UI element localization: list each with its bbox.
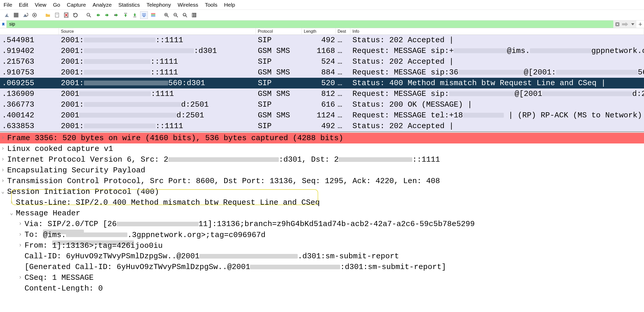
tree-item[interactable]: ›Via: SIP/2.0/TCP [2611]:13136;branch=z9… xyxy=(0,219,644,229)
packet-list-header: Source Protocol Length Dest Info xyxy=(0,28,644,35)
last-icon[interactable] xyxy=(131,11,139,19)
colorize-icon[interactable] xyxy=(149,11,157,19)
svg-line-21 xyxy=(167,16,169,17)
chevron-down-icon[interactable]: ⌄ xyxy=(0,186,6,197)
tree-item[interactable]: ›From: 1]:13136>;tag=426ijoo0iu xyxy=(0,240,644,251)
tree-item[interactable]: ⌄Message Header xyxy=(0,208,644,219)
table-row[interactable]: .9107532001:::1111GSM SMS884…Request: ME… xyxy=(0,67,644,78)
tree-item[interactable]: ›Transmission Control Protocol, Src Port… xyxy=(0,176,644,186)
tree-item-label: Internet Protocol Version 6, Src: 2:d301… xyxy=(7,154,440,165)
jump-icon[interactable] xyxy=(113,11,120,19)
add-filter-button-icon[interactable]: + xyxy=(636,20,644,28)
tree-item[interactable]: ›Frame 3356: 520 bytes on wire (4160 bit… xyxy=(0,133,644,143)
tree-item-label: CSeq: 1 MESSAGE xyxy=(25,272,94,283)
zoom-in-icon[interactable] xyxy=(163,11,170,19)
chevron-right-icon[interactable]: › xyxy=(17,272,23,283)
zoom-reset-icon[interactable]: 1:1 xyxy=(181,11,189,19)
shark-fin-icon[interactable] xyxy=(3,11,11,19)
find-icon[interactable] xyxy=(85,11,93,19)
chevron-right-icon[interactable]: › xyxy=(0,143,6,154)
col-info[interactable]: Info xyxy=(350,28,644,35)
tree-item-label: Via: SIP/2.0/TCP [2611]:13136;branch=z9h… xyxy=(25,219,475,229)
tree-item[interactable]: ›Linux cooked capture v1 xyxy=(0,143,644,154)
restart-icon[interactable] xyxy=(21,11,29,19)
menu-tools[interactable]: Tools xyxy=(205,2,217,8)
tree-item[interactable]: Content-Length: 0 xyxy=(0,283,644,293)
chevron-right-icon[interactable]: › xyxy=(17,240,23,251)
filter-history-icon[interactable] xyxy=(629,20,636,28)
chevron-down-icon[interactable]: ⌄ xyxy=(9,208,14,219)
tree-item-label: [Generated Call-ID: 6yHuvO9zTWvyPSmlDzpg… xyxy=(25,262,446,272)
tree-item-label: Content-Length: 0 xyxy=(25,283,103,293)
svg-point-2 xyxy=(34,14,35,16)
menu-capture[interactable]: Capture xyxy=(67,2,86,8)
reload-icon[interactable] xyxy=(72,11,79,19)
tree-item[interactable]: ›Internet Protocol Version 6, Src: 2:d30… xyxy=(0,154,644,165)
chevron-right-icon[interactable]: › xyxy=(0,176,6,186)
chevron-right-icon[interactable]: › xyxy=(0,133,6,143)
menu-statistics[interactable]: Statistics xyxy=(118,2,140,8)
save-icon[interactable] xyxy=(53,11,61,19)
tree-item[interactable]: ›Encapsulating Security Payload xyxy=(0,165,644,176)
bookmark-icon[interactable] xyxy=(0,20,7,28)
tree-item[interactable]: ⌄Session Initiation Protocol (400) xyxy=(0,186,644,197)
menu-edit[interactable]: Edit xyxy=(19,2,28,8)
chevron-right-icon[interactable]: › xyxy=(9,197,14,208)
menu-view[interactable]: View xyxy=(35,2,46,8)
col-time[interactable] xyxy=(0,28,59,35)
tree-item-label: To: @ims..3gppnetwork.org>;tag=c096967d xyxy=(25,229,84,240)
clear-filter-icon[interactable] xyxy=(613,20,621,28)
table-row[interactable]: .1369092001:1111GSM SMS812…Request: MESS… xyxy=(0,88,644,99)
table-row[interactable]: .0692552001:560:d301SIP520…Status: 400 M… xyxy=(0,78,644,88)
col-protocol[interactable]: Protocol xyxy=(256,28,302,35)
chevron-right-icon[interactable]: › xyxy=(0,154,6,165)
tree-item-label: Session Initiation Protocol (400) xyxy=(7,186,159,197)
autoscroll-icon[interactable] xyxy=(140,11,148,19)
tree-item[interactable]: ›To: @ims..3gppnetwork.org>;tag=c096967d xyxy=(0,229,644,240)
first-icon[interactable] xyxy=(122,11,129,19)
tool-bar: 1:1 xyxy=(0,10,644,20)
svg-rect-17 xyxy=(151,13,156,14)
table-row[interactable]: .5449812001:::1111SIP492…Status: 202 Acc… xyxy=(0,35,644,46)
packet-list-body[interactable]: .5449812001:::1111SIP492…Status: 202 Acc… xyxy=(0,35,644,131)
tree-item[interactable]: Call-ID: 6yHuvO9zTWvyPSmlDzpgSw..@2001.d… xyxy=(0,251,644,262)
forward-icon[interactable] xyxy=(103,11,111,19)
packet-details[interactable]: ›Frame 3356: 520 bytes on wire (4160 bit… xyxy=(0,132,644,293)
columns-icon[interactable] xyxy=(190,11,198,19)
col-length[interactable]: Length xyxy=(302,28,336,35)
chevron-right-icon[interactable]: › xyxy=(0,165,6,176)
stop-icon[interactable] xyxy=(12,11,20,19)
menu-telephony[interactable]: Telephony xyxy=(147,2,171,8)
col-source[interactable]: Source xyxy=(59,28,256,35)
tree-item-label: Frame 3356: 520 bytes on wire (4160 bits… xyxy=(7,133,343,143)
apply-filter-icon[interactable] xyxy=(621,20,629,28)
tree-item[interactable]: ›Status-Line: SIP/2.0 400 Method mismatc… xyxy=(0,197,644,208)
chevron-right-icon[interactable]: › xyxy=(17,229,23,240)
menu-file[interactable]: File xyxy=(4,2,12,8)
svg-point-11 xyxy=(114,14,116,16)
tree-item[interactable]: [Generated Call-ID: 6yHuvO9zTWvyPSmlDzpg… xyxy=(0,262,644,272)
svg-rect-32 xyxy=(195,13,196,17)
tree-item[interactable]: ›CSeq: 1 MESSAGE xyxy=(0,272,644,283)
menu-go[interactable]: Go xyxy=(53,2,60,8)
svg-point-9 xyxy=(87,13,90,16)
table-row[interactable]: .6338532001:::1111SIP492…Status: 202 Acc… xyxy=(0,121,644,131)
svg-rect-31 xyxy=(194,13,195,17)
svg-rect-13 xyxy=(133,16,136,17)
chevron-right-icon[interactable]: › xyxy=(17,219,23,229)
menu-help[interactable]: Help xyxy=(224,2,235,8)
table-row[interactable]: .3667732001:d:2501SIP616…Status: 200 OK … xyxy=(0,99,644,110)
back-icon[interactable] xyxy=(94,11,102,19)
display-filter-input[interactable] xyxy=(7,20,613,28)
tree-item-label: Encapsulating Security Payload xyxy=(7,165,145,176)
table-row[interactable]: .2157632001:::1111SIP524…Status: 202 Acc… xyxy=(0,56,644,67)
zoom-out-icon[interactable] xyxy=(172,11,180,19)
menu-analyze[interactable]: Analyze xyxy=(93,2,112,8)
open-icon[interactable] xyxy=(44,11,52,19)
menu-wireless[interactable]: Wireless xyxy=(177,2,198,8)
options-icon[interactable] xyxy=(31,11,38,19)
close-file-icon[interactable] xyxy=(62,11,70,19)
table-row[interactable]: .4001422001d:2501GSM SMS1124…Request: ME… xyxy=(0,110,644,121)
col-dest[interactable]: Dest xyxy=(336,28,350,35)
table-row[interactable]: .9194022001::d301GSM SMS1168…Request: ME… xyxy=(0,46,644,56)
